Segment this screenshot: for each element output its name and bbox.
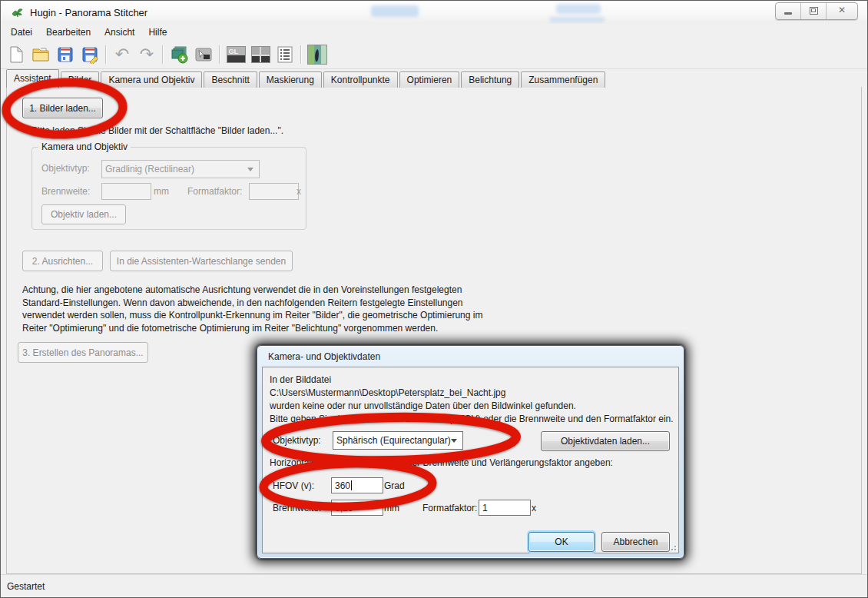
hugin-main-window: Hugin - Panorama Stitcher ✕ Datei Bearbe… — [0, 0, 868, 598]
panorama-thumbnail-icon — [307, 45, 327, 65]
warning-line: Standard-Einstellungen. Wenn davon abwei… — [22, 297, 482, 310]
open-project-button[interactable] — [30, 44, 51, 65]
redo-button[interactable]: ↷ — [136, 44, 157, 65]
menu-hilfe[interactable]: Hilfe — [141, 25, 174, 40]
intro-line: Bitte geben Sie den horizontalen Bildwin… — [270, 413, 674, 426]
resize-grip[interactable] — [668, 542, 676, 550]
chevron-down-icon — [247, 168, 253, 171]
lens-type-value: Gradlinig (Rectilinear) — [105, 164, 194, 174]
chevron-down-icon — [451, 439, 457, 443]
save-icon — [56, 45, 75, 64]
intro-line: In der Bilddatei — [270, 374, 674, 387]
minimize-icon — [784, 12, 792, 15]
toolbar-separator — [300, 45, 301, 64]
tab-strip: Assistent Bilder Kamera und Objektiv Bes… — [6, 70, 862, 88]
new-project-button[interactable] — [5, 44, 27, 65]
hfov-input[interactable]: 360 — [331, 477, 383, 493]
add-images-button[interactable] — [168, 44, 190, 65]
toolbar-separator — [105, 45, 106, 64]
ok-button[interactable]: OK — [528, 532, 595, 552]
dialog-intro-text: In der Bilddatei C:\Users\Mustermann\Des… — [270, 374, 674, 426]
load-lens-data-button[interactable]: Objektivdaten laden... — [541, 431, 670, 451]
hfov-hint: Horizontalen Bildwinkel (HFOV) oder Bren… — [270, 457, 613, 468]
title-bar[interactable]: Hugin - Panorama Stitcher ✕ — [1, 1, 867, 25]
crop-factor-unit: x — [297, 186, 301, 197]
status-text: Gestartet — [7, 581, 45, 592]
tab-beschnitt[interactable]: Beschnitt — [204, 71, 257, 88]
menu-bearbeiten[interactable]: Bearbeiten — [39, 25, 98, 40]
glass-reflection-artifact — [549, 17, 605, 22]
save-project-as-button[interactable] — [79, 44, 101, 65]
undo-icon: ↶ — [115, 45, 129, 64]
preview-panorama-button[interactable] — [306, 44, 328, 65]
dialog-lens-type-value: Sphärisch (Equirectangular) — [336, 435, 451, 446]
load-images-button[interactable]: 1. Bilder laden... — [22, 98, 103, 118]
window-controls: ✕ — [775, 2, 858, 20]
toolbar: ↶ ↷ GL — [1, 41, 867, 69]
fine-tune-button[interactable] — [193, 44, 214, 65]
preview-window-button[interactable] — [250, 44, 271, 65]
send-to-queue-button[interactable]: In die Assistenten-Warteschlange senden — [110, 251, 293, 271]
tab-assistent[interactable]: Assistent — [6, 69, 59, 88]
intro-line: C:\Users\Mustermann\Desktop\Petersplatz_… — [270, 387, 674, 400]
align-button[interactable]: 2. Ausrichten... — [22, 251, 103, 271]
dialog-body: In der Bilddatei C:\Users\Mustermann\Des… — [262, 367, 679, 553]
glass-reflection-artifact — [371, 5, 419, 17]
image-pointer-icon — [194, 45, 213, 64]
add-images-icon — [170, 45, 188, 64]
menu-ansicht[interactable]: Ansicht — [98, 25, 141, 40]
focal-length-input[interactable] — [101, 183, 151, 200]
save-project-button[interactable] — [55, 44, 76, 65]
minimize-button[interactable] — [776, 3, 801, 19]
control-point-list-button[interactable] — [274, 44, 296, 65]
gl-preview-button[interactable]: GL — [225, 44, 247, 65]
focal-length-unit: mm — [154, 186, 169, 197]
tab-kamera-und-objektiv[interactable]: Kamera und Objektiv — [101, 71, 202, 88]
tab-maskierung[interactable]: Maskierung — [259, 71, 322, 88]
preview-window-icon — [251, 46, 270, 63]
glass-reflection-artifact — [556, 4, 601, 14]
menu-datei[interactable]: Datei — [4, 25, 39, 40]
dialog-crop-value: 1 — [482, 503, 488, 513]
tab-belichtung[interactable]: Belichtung — [461, 71, 519, 88]
list-icon — [276, 45, 294, 64]
hugin-app-icon — [11, 6, 24, 19]
create-panorama-button[interactable]: 3. Erstellen des Panoramas... — [18, 342, 148, 363]
lens-type-label: Objektivtyp: — [41, 163, 90, 174]
dialog-crop-input[interactable]: 1 — [479, 500, 531, 516]
save-as-icon — [81, 45, 99, 64]
status-bar: Gestartet — [1, 574, 867, 597]
intro-line: wurden keine oder nur unvollständige Dat… — [270, 400, 674, 413]
tab-zusammenfuegen[interactable]: Zusammenfügen — [521, 71, 605, 88]
focal-length-label: Brennweite: — [41, 186, 90, 197]
window-title: Hugin - Panorama Stitcher — [30, 7, 147, 18]
gl-label: GL — [229, 48, 239, 55]
tab-bilder[interactable]: Bilder — [61, 71, 100, 88]
cancel-button[interactable]: Abbrechen — [601, 532, 670, 552]
dialog-crop-unit: x — [532, 503, 536, 513]
tab-optimieren[interactable]: Optimieren — [399, 71, 460, 88]
warning-line: verwendet werden sollen, muss die Kontro… — [22, 309, 482, 322]
hfov-unit: Grad — [384, 480, 405, 491]
dialog-focal-input[interactable]: 6,16 — [331, 500, 383, 516]
dialog-lens-type-dropdown[interactable]: Sphärisch (Equirectangular) — [333, 431, 463, 450]
tab-kontrollpunkte[interactable]: Kontrollpunkte — [323, 71, 398, 88]
warning-line: Achtung, die hier angebotene automatisch… — [22, 284, 482, 297]
open-folder-icon — [31, 45, 50, 64]
dialog-focal-label: Brennweite: — [273, 503, 321, 513]
lens-type-dropdown[interactable]: Gradlinig (Rectilinear) — [101, 160, 260, 178]
new-file-icon — [7, 45, 25, 64]
toolbar-separator — [219, 45, 220, 64]
redo-icon: ↷ — [140, 45, 154, 64]
menu-bar: Datei Bearbeiten Ansicht Hilfe — [1, 24, 867, 42]
close-button[interactable]: ✕ — [827, 3, 857, 19]
dialog-crop-label: Formatfaktor: — [422, 503, 477, 513]
load-lens-button[interactable]: Objektiv laden... — [41, 204, 126, 224]
groupbox-title: Kamera und Objektiv — [38, 141, 131, 152]
undo-button[interactable]: ↶ — [111, 44, 133, 65]
hfov-label: HFOV (v): — [273, 480, 314, 491]
restore-button[interactable] — [801, 3, 827, 19]
camera-lens-data-dialog: Kamera- und Objektivdaten In der Bilddat… — [257, 345, 684, 559]
crop-factor-input[interactable] — [249, 183, 299, 200]
dialog-title: Kamera- und Objektivdaten — [268, 351, 380, 362]
